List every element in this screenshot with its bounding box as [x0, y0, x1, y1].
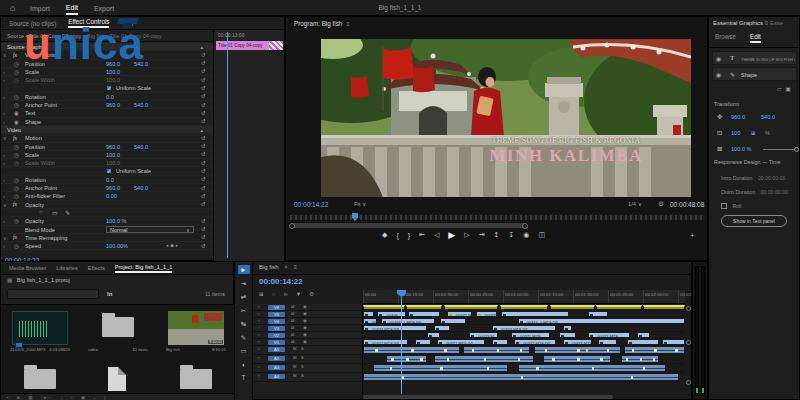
- track-height-toggle[interactable]: [686, 306, 691, 311]
- ellipse-mask-icon[interactable]: ○: [39, 209, 43, 215]
- reset-icon[interactable]: ↺: [201, 77, 206, 83]
- lock-icon[interactable]: ▫: [258, 311, 260, 316]
- reset-icon[interactable]: ↺: [201, 185, 206, 191]
- twirl-icon[interactable]: ∨: [3, 52, 7, 58]
- sync-lock-icon[interactable]: ⇄: [291, 332, 295, 337]
- stopwatch-icon[interactable]: ◷: [14, 102, 19, 108]
- menu-export[interactable]: Export: [94, 3, 114, 14]
- reset-icon[interactable]: ↺: [201, 218, 206, 224]
- zoom-handle-left[interactable]: [289, 223, 295, 229]
- param-value[interactable]: 0.0: [106, 94, 114, 100]
- twirl-icon[interactable]: ›: [3, 110, 5, 116]
- track-target-a1[interactable]: A1: [268, 347, 285, 352]
- param-value[interactable]: 0.00: [106, 193, 117, 199]
- mark-in-icon[interactable]: {: [396, 232, 398, 239]
- icon-view-icon[interactable]: ▦: [28, 395, 32, 400]
- program-timecode[interactable]: 00:00:14:22: [294, 201, 328, 208]
- audio-clip[interactable]: [386, 356, 428, 363]
- linked-selection-icon[interactable]: ∞: [284, 291, 288, 297]
- reset-icon[interactable]: ↺: [201, 168, 206, 174]
- lock-icon[interactable]: ▫: [258, 339, 260, 344]
- timeline-clip[interactable]: [643, 305, 685, 310]
- track-target-a2[interactable]: A2: [268, 356, 285, 361]
- toggle-track-output-icon[interactable]: ◉: [303, 332, 307, 337]
- reset-icon[interactable]: ↺: [201, 234, 206, 240]
- button-editor-icon[interactable]: +: [690, 231, 695, 240]
- pen-mask-icon[interactable]: ✎: [65, 209, 70, 216]
- opacity-value[interactable]: 100.0 %: [731, 146, 752, 152]
- opacity-slider[interactable]: [763, 149, 799, 150]
- timeline-clip[interactable]: 00372.MTS [V]: [437, 340, 485, 345]
- reset-icon[interactable]: ↺: [201, 193, 206, 199]
- keyframe[interactable]: [631, 376, 634, 379]
- keyframe[interactable]: [552, 358, 555, 361]
- razor-tool[interactable]: ✂: [238, 306, 250, 315]
- checkbox[interactable]: ✓: [106, 168, 112, 174]
- panel-menu-icon[interactable]: ≡: [765, 20, 769, 26]
- track-lane-a3[interactable]: [363, 364, 685, 373]
- extract-icon[interactable]: ↧: [508, 231, 514, 239]
- keyframe[interactable]: [440, 367, 443, 370]
- track-target-a3[interactable]: A3: [268, 365, 285, 370]
- track-lane-v6[interactable]: 00374 [V]: [363, 304, 685, 311]
- timeline-ruler[interactable]: 00:0000:00:15:0000:00:30:0000:00:45:0000…: [363, 290, 685, 304]
- eye-icon[interactable]: ◉: [14, 119, 19, 125]
- keyframe[interactable]: [420, 358, 423, 361]
- param-value[interactable]: 540.0: [134, 102, 148, 108]
- type-tool[interactable]: T: [238, 373, 250, 382]
- delete-icon[interactable]: ▯: [104, 395, 106, 400]
- timeline-clip[interactable]: 00377.M: [447, 312, 473, 317]
- folder-thumbnail[interactable]: [12, 363, 68, 394]
- stopwatch-icon[interactable]: ◷: [14, 160, 19, 166]
- reset-icon[interactable]: ↺: [201, 93, 206, 99]
- checkbox[interactable]: ✓: [106, 85, 112, 91]
- project-bin-path[interactable]: ▦ Big fish_1_1_1.prproj: [7, 277, 70, 283]
- panel-menu-icon[interactable]: ≡: [294, 264, 298, 270]
- reset-icon[interactable]: ↺: [201, 68, 206, 74]
- track-target-a4[interactable]: A4: [268, 374, 285, 379]
- tab-effects[interactable]: Effects: [88, 265, 105, 271]
- timeline-clip[interactable]: [408, 312, 440, 317]
- sync-lock-icon[interactable]: ⇄: [291, 339, 295, 344]
- twirl-icon[interactable]: ›: [3, 152, 5, 158]
- zoom-handle-right[interactable]: [522, 223, 528, 229]
- timeline-clip[interactable]: 00077: [476, 312, 497, 317]
- audio-clip[interactable]: [363, 374, 679, 381]
- timeline-clip[interactable]: 00374_1.MTS [V]: [381, 319, 436, 324]
- new-layer-icon[interactable]: ▣: [785, 86, 795, 92]
- keyframe[interactable]: [626, 358, 629, 361]
- reset-icon[interactable]: ↺: [201, 135, 206, 141]
- new-bin-icon[interactable]: ▣: [81, 395, 85, 400]
- reset-icon[interactable]: ↺: [201, 226, 206, 232]
- keyframe-nav-icons[interactable]: ◂◆▸: [166, 243, 180, 248]
- selection-tool[interactable]: ►: [238, 265, 250, 274]
- file-thumbnail[interactable]: [90, 363, 146, 394]
- mute-button[interactable]: M: [293, 346, 297, 351]
- keyframe[interactable]: [545, 349, 548, 352]
- stopwatch-icon[interactable]: ◷: [14, 144, 19, 150]
- slip-tool[interactable]: ↹: [238, 319, 250, 328]
- project-item-audio[interactable]: 210205_2000.MP34:03:08820: [9, 311, 71, 352]
- timeline-clip[interactable]: 00373.MTS: [588, 333, 630, 338]
- project-item-folder[interactable]: [165, 363, 227, 394]
- timeline-clip[interactable]: 00374.MTS [V]: [363, 326, 427, 331]
- reset-icon[interactable]: ↺: [201, 243, 206, 249]
- track-target-v5[interactable]: V5: [268, 312, 285, 317]
- eye-icon[interactable]: ◉: [14, 110, 19, 116]
- program-video-frame[interactable]: THEME SONG OF BIG FISH & BEGONIA MINH KA…: [321, 39, 691, 197]
- timeline-playhead[interactable]: [401, 290, 402, 394]
- audio-clip[interactable]: [434, 356, 534, 363]
- collapse-icon[interactable]: ▴: [200, 127, 203, 133]
- zoom-slider[interactable]: ─●──: [40, 395, 52, 400]
- twirl-icon[interactable]: ›: [3, 160, 5, 166]
- toggle-track-output-icon[interactable]: ◉: [303, 318, 307, 323]
- playback-resolution-dropdown[interactable]: 1/4 ∨: [628, 201, 642, 207]
- track-lane-v4[interactable]: 0037400374_1.MTS [V]00374_1.MTS [V]: [363, 318, 685, 325]
- stopwatch-icon[interactable]: ◷: [14, 94, 19, 100]
- keyframe[interactable]: [607, 349, 610, 352]
- lock-icon[interactable]: ▫: [258, 346, 260, 351]
- keyframe[interactable]: [577, 358, 580, 361]
- timeline-clip[interactable]: [596, 305, 641, 310]
- position-y[interactable]: 540.0: [761, 114, 775, 120]
- lock-icon[interactable]: ▫: [258, 332, 260, 337]
